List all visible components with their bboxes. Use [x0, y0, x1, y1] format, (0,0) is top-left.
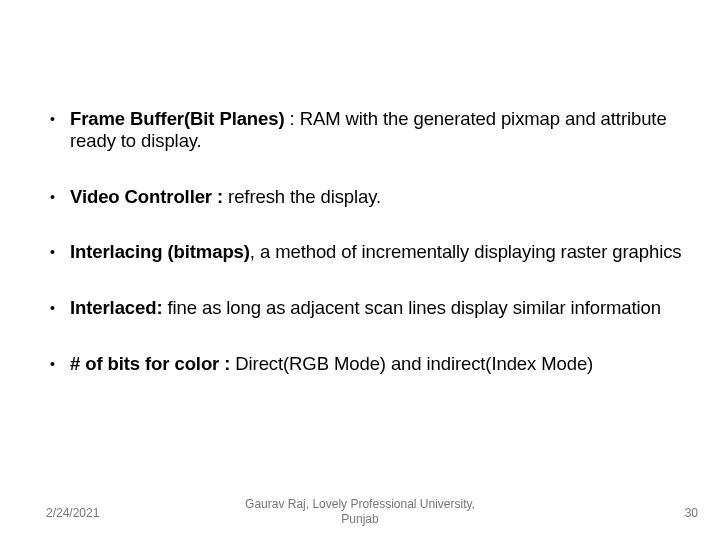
bullet-bold: Video Controller : [70, 186, 228, 207]
slide-footer: 2/24/2021 Gaurav Raj, Lovely Professiona… [0, 494, 720, 526]
list-item: Frame Buffer(Bit Planes) : RAM with the … [46, 108, 684, 152]
bullet-rest: , a method of incrementally displaying r… [250, 241, 682, 262]
bullet-bold: Interlaced: [70, 297, 168, 318]
footer-page-number: 30 [685, 506, 698, 520]
bullet-rest: Direct(RGB Mode) and indirect(Index Mode… [235, 353, 593, 374]
list-item: Interlacing (bitmaps), a method of incre… [46, 241, 684, 263]
list-item: # of bits for color : Direct(RGB Mode) a… [46, 353, 684, 375]
bullet-bold: Interlacing (bitmaps) [70, 241, 250, 262]
footer-affiliation-line2: Punjab [341, 512, 378, 526]
list-item: Video Controller : refresh the display. [46, 186, 684, 208]
footer-affiliation: Gaurav Raj, Lovely Professional Universi… [0, 497, 720, 526]
bullet-bold: # of bits for color : [70, 353, 235, 374]
list-item: Interlaced: fine as long as adjacent sca… [46, 297, 684, 319]
footer-affiliation-line1: Gaurav Raj, Lovely Professional Universi… [245, 497, 475, 511]
bullet-bold: Frame Buffer(Bit Planes) [70, 108, 290, 129]
bullet-rest: refresh the display. [228, 186, 381, 207]
slide-body: Frame Buffer(Bit Planes) : RAM with the … [46, 108, 684, 409]
bullet-list: Frame Buffer(Bit Planes) : RAM with the … [46, 108, 684, 375]
bullet-rest: fine as long as adjacent scan lines disp… [168, 297, 661, 318]
